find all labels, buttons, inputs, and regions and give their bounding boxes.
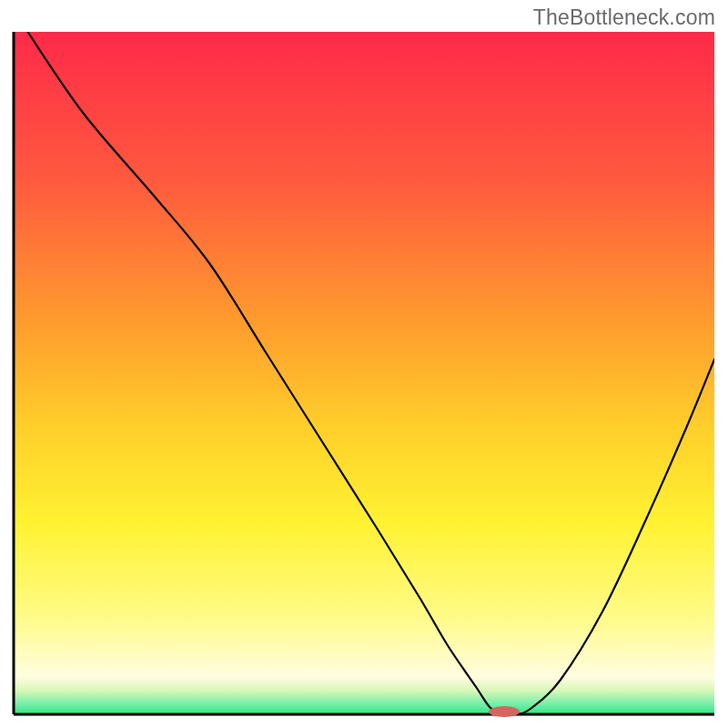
gradient-background: [14, 32, 714, 714]
watermark-text: TheBottleneck.com: [533, 5, 715, 30]
minimum-marker: [489, 706, 520, 717]
chart-svg: [0, 0, 728, 728]
chart-container: TheBottleneck.com: [0, 0, 728, 728]
